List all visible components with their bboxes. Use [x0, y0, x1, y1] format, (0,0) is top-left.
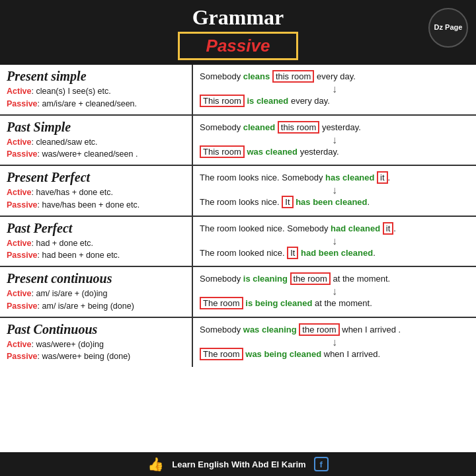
main-container: Grammar Passive Dz Page Present simple A… [0, 0, 476, 476]
passive-badge: Passive [178, 32, 299, 60]
section-right-present-perfect: The room looks nice. Somebody has cleane… [193, 166, 476, 216]
active-rule-present-simple: Active: clean(s) I see(s) etc. [7, 85, 185, 98]
section-right-present-simple: Somebody cleans this room every day. ↓ T… [193, 65, 476, 114]
arrow-past-perfect: ↓ [200, 236, 469, 247]
section-right-past-continuous: Somebody was cleaning the room when I ar… [193, 318, 476, 368]
example-bot-past-simple: This room was cleaned yesterday. [200, 145, 469, 159]
arrow-past-simple: ↓ [200, 135, 469, 145]
passive-rule-past-perfect: Passive: had been + done etc. [7, 249, 185, 262]
active-rule-past-simple: Active: cleaned/saw etc. [7, 136, 185, 149]
example-top-present-continuous: Somebody is cleaning the room at the mom… [200, 272, 469, 286]
section-right-present-continuous: Somebody is cleaning the room at the mom… [193, 267, 476, 317]
active-rule-present-continuous: Active: am/ is/are + (do)ing [7, 288, 185, 300]
example-top-past-perfect: The room looked nice. Somebody had clean… [200, 222, 469, 236]
section-left-past-simple: Past Simple Active: cleaned/saw etc. Pas… [0, 116, 192, 165]
section-present-simple: Present simple Active: clean(s) I see(s)… [0, 65, 476, 116]
section-past-simple: Past Simple Active: cleaned/saw etc. Pas… [0, 116, 476, 167]
section-title-present-simple: Present simple [7, 69, 185, 84]
passive-rule-present-continuous: Passive: am/ is/are + being (done) [7, 300, 185, 313]
section-left-past-continuous: Past Continuous Active: was/were+ (do)in… [0, 318, 192, 368]
section-title-past-continuous: Past Continuous [7, 322, 185, 337]
section-present-perfect: Present Perfect Active: have/has + done … [0, 166, 476, 217]
section-past-perfect: Past Perfect Active: had + done etc. Pas… [0, 217, 476, 268]
facebook-icon: f [314, 457, 329, 471]
header: Grammar Passive Dz Page [0, 0, 476, 65]
active-rule-text: : clean(s) I see(s) etc. [32, 87, 111, 96]
arrow-present-simple: ↓ [200, 84, 469, 95]
passive-label: Passive [206, 36, 270, 56]
section-title-present-continuous: Present continuous [7, 271, 185, 286]
section-present-continuous: Present continuous Active: am/ is/are + … [0, 267, 476, 318]
section-past-continuous: Past Continuous Active: was/were+ (do)in… [0, 318, 476, 368]
passive-rule-past-simple: Passive: was/were+ cleaned/seen . [7, 148, 185, 161]
dz-page-badge: Dz Page [428, 8, 468, 48]
section-left-past-perfect: Past Perfect Active: had + done etc. Pas… [0, 217, 192, 266]
passive-rule-text: : am/is/are + cleaned/seen. [38, 99, 137, 108]
footer: 👍 Learn English With Abd El Karim f [0, 452, 476, 476]
example-bot-past-continuous: The room was being cleaned when I arrive… [200, 348, 469, 362]
section-title-present-perfect: Present Perfect [7, 170, 185, 185]
like-icon: 👍 [147, 456, 164, 472]
example-top-past-continuous: Somebody was cleaning the room when I ar… [200, 323, 469, 337]
passive-rule-present-simple: Passive: am/is/are + cleaned/seen. [7, 98, 185, 110]
active-label: Active [7, 87, 32, 96]
passive-rule-present-perfect: Passive: have/has been + done etc. [7, 199, 185, 212]
section-left-present-simple: Present simple Active: clean(s) I see(s)… [0, 65, 192, 114]
arrow-present-continuous: ↓ [200, 286, 469, 297]
example-bot-present-simple: This room is cleaned every day. [200, 95, 469, 108]
section-title-past-perfect: Past Perfect [7, 221, 185, 236]
section-right-past-perfect: The room looked nice. Somebody had clean… [193, 217, 476, 266]
section-right-past-simple: Somebody cleaned this room yesterday. ↓ … [193, 116, 476, 165]
passive-rule-past-continuous: Passive: was/were+ being (done) [7, 350, 185, 363]
example-top-present-simple: Somebody cleans this room every day. [200, 70, 469, 84]
active-rule-present-perfect: Active: have/has + done etc. [7, 186, 185, 199]
example-top-present-perfect: The room looks nice. Somebody has cleane… [200, 171, 469, 185]
arrow-present-perfect: ↓ [200, 185, 469, 196]
active-rule-past-continuous: Active: was/were+ (do)ing [7, 338, 185, 351]
footer-text: Learn English With Abd El Karim [172, 459, 305, 469]
example-bot-present-continuous: The room is being cleaned at the moment. [200, 297, 469, 311]
passive-label-ps: Passive [7, 99, 38, 108]
example-bot-present-perfect: The room looks nice. It has been cleaned… [200, 196, 469, 210]
content-area: Present simple Active: clean(s) I see(s)… [0, 65, 476, 452]
page-title: Grammar [0, 5, 476, 30]
example-bot-past-perfect: The room looked nice. It had been cleane… [200, 247, 469, 260]
example-top-past-simple: Somebody cleaned this room yesterday. [200, 121, 469, 135]
section-left-present-continuous: Present continuous Active: am/ is/are + … [0, 267, 192, 317]
section-title-past-simple: Past Simple [7, 120, 185, 135]
arrow-past-continuous: ↓ [200, 337, 469, 348]
section-left-present-perfect: Present Perfect Active: have/has + done … [0, 166, 192, 216]
active-rule-past-perfect: Active: had + done etc. [7, 237, 185, 250]
